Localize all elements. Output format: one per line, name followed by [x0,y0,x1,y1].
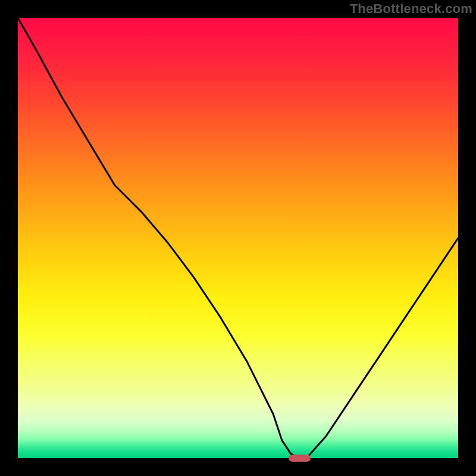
chart-frame: TheBottleneck.com [0,0,476,476]
curve-layer [18,18,458,458]
plot-area [18,18,458,458]
bottleneck-curve [18,18,458,458]
optimal-marker [289,455,311,462]
watermark-text: TheBottleneck.com [350,1,472,17]
